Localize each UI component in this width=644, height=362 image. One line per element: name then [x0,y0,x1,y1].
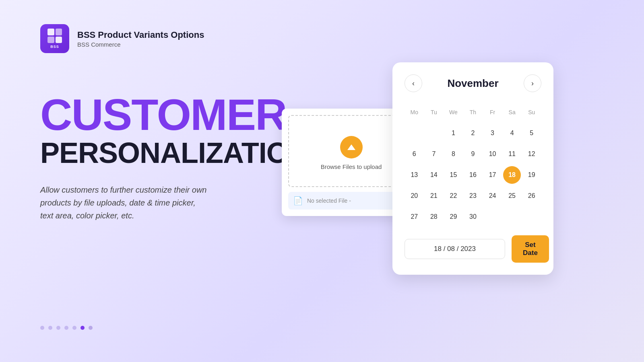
cal-day-28[interactable]: 28 [425,208,443,226]
day-header-fr: Fr [484,103,502,121]
day-header-su: Su [523,103,541,121]
calendar-header: ‹ November › [405,74,541,92]
cal-day-21[interactable]: 21 [425,187,443,205]
calendar-day-headers: MoTuWeThFrSaSu [405,103,541,121]
dot-6[interactable] [80,326,85,330]
calendar-widget: ‹ November › MoTuWeThFrSaSu1234567891011… [392,62,553,275]
cal-day-16[interactable]: 16 [464,166,482,184]
day-header-we: We [444,103,462,121]
cal-day-19[interactable]: 19 [523,166,541,184]
date-input[interactable] [405,239,505,259]
calendar-grid: MoTuWeThFrSaSu12345678910111213141516171… [405,103,541,226]
cal-day-15[interactable]: 15 [444,166,462,184]
cal-day-17[interactable]: 17 [484,166,502,184]
cal-day-18[interactable]: 18 [503,166,521,184]
app-header: BSS BSS Product Variants Options BSS Com… [40,24,204,53]
dot-3[interactable] [56,326,60,330]
hero-description: Allow customers to further customize the… [40,183,209,222]
calendar-week-1: 12345 [405,124,541,142]
cal-day-29[interactable]: 29 [444,208,462,226]
cal-day-10[interactable]: 10 [484,145,502,163]
calendar-week-4: 20212223242526 [405,187,541,205]
no-file-label: No selected File - [307,197,399,204]
pagination [40,326,93,330]
dot-4[interactable] [64,326,68,330]
app-name: BSS Product Variants Options [77,30,204,40]
cal-day-7[interactable]: 7 [425,145,443,163]
cal-empty [503,208,521,226]
cal-empty [484,208,502,226]
cal-day-14[interactable]: 14 [425,166,443,184]
set-date-button[interactable]: Set Date [512,235,549,263]
cal-day-25[interactable]: 25 [503,187,521,205]
dot-7[interactable] [89,326,93,330]
upload-icon [340,136,363,158]
cal-day-22[interactable]: 22 [444,187,462,205]
cal-day-26[interactable]: 26 [523,187,541,205]
cal-day-1[interactable]: 1 [444,124,462,142]
day-header-sa: Sa [503,103,521,121]
cal-day-24[interactable]: 24 [484,187,502,205]
browse-files-label: Browse Files to upload [321,163,382,170]
cal-day-30[interactable]: 30 [464,208,482,226]
cal-day-2[interactable]: 2 [464,124,482,142]
cal-day-6[interactable]: 6 [405,145,423,163]
cal-day-9[interactable]: 9 [464,145,482,163]
cal-day-12[interactable]: 12 [523,145,541,163]
calendar-week-3: 13141516171819 [405,166,541,184]
calendar-month-title: November [447,77,498,90]
upload-arrow-icon [347,144,355,150]
company-name: BSS Commerce [77,41,204,48]
cal-day-3[interactable]: 3 [484,124,502,142]
cal-empty [425,124,443,142]
cal-day-20[interactable]: 20 [405,187,423,205]
dot-5[interactable] [72,326,76,330]
day-header-tu: Tu [425,103,443,121]
hero-section: CUSTOMER PERSONALIZATION Allow customers… [40,93,309,222]
hero-title-line1: CUSTOMER [40,93,309,137]
cal-day-13[interactable]: 13 [405,166,423,184]
day-header-th: Th [464,103,482,121]
cal-day-5[interactable]: 5 [523,124,541,142]
calendar-week-5: 27282930 [405,208,541,226]
calendar-week-2: 6789101112 [405,145,541,163]
cal-empty [523,208,541,226]
cal-day-4[interactable]: 4 [503,124,521,142]
dot-1[interactable] [40,326,44,330]
file-icon: 📄 [293,196,303,206]
next-month-button[interactable]: › [524,74,541,92]
logo-text: BSS [50,45,59,49]
hero-title-line2: PERSONALIZATION [40,138,309,167]
dot-2[interactable] [48,326,52,330]
day-header-mo: Mo [405,103,423,121]
cal-day-8[interactable]: 8 [444,145,462,163]
cal-day-23[interactable]: 23 [464,187,482,205]
cal-day-27[interactable]: 27 [405,208,423,226]
calendar-footer: Set Date [405,235,541,263]
cal-empty [405,124,423,142]
prev-month-button[interactable]: ‹ [405,74,422,92]
cal-day-11[interactable]: 11 [503,145,521,163]
app-logo: BSS [40,24,69,53]
